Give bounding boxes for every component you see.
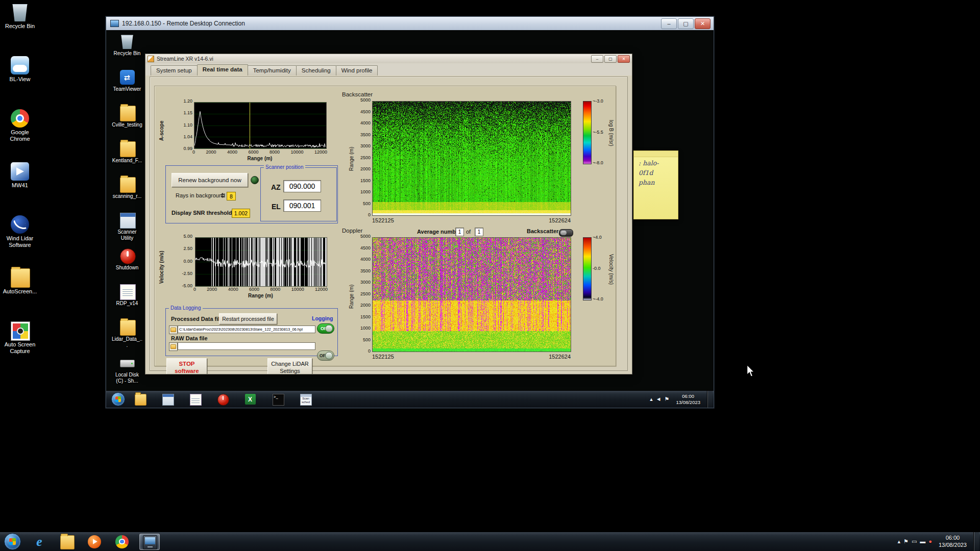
- close-icon[interactable]: ✕: [695, 18, 710, 29]
- backscatter-display-toggle[interactable]: [559, 229, 573, 237]
- display-icon[interactable]: ▭: [912, 539, 917, 544]
- renew-background-button[interactable]: Renew background now: [172, 173, 248, 187]
- start-button[interactable]: [4, 533, 21, 550]
- sticky-note[interactable]: : halo-0f1dphan: [633, 151, 678, 219]
- taskbar-item-remote-desktop[interactable]: [139, 534, 160, 550]
- taskbar-item-internet-explorer[interactable]: [29, 534, 50, 550]
- backscatter-heatmap[interactable]: [372, 101, 571, 216]
- desktop-icon-local-disk-c-sh[interactable]: Local Disk (C) - Sh...: [111, 356, 143, 391]
- average-of-field[interactable]: 1: [475, 228, 483, 236]
- desktop-icon-cville-testing[interactable]: Cville_testing: [111, 106, 143, 141]
- action-center-icon[interactable]: ⚑: [903, 539, 909, 544]
- minimize-icon[interactable]: –: [661, 18, 677, 29]
- teamviewer-icon: [120, 70, 135, 85]
- action-center-icon[interactable]: ⚑: [665, 396, 670, 402]
- taskbar-item-computer[interactable]: [159, 392, 176, 407]
- up-arrow-icon[interactable]: ▴: [650, 396, 653, 402]
- volume-icon[interactable]: ◄: [656, 396, 662, 402]
- processed-path-field[interactable]: C:\Lidar\Data\Proc\2023\202308\20230813\…: [178, 325, 315, 333]
- desktop-icon-shutdown[interactable]: Shutdown: [111, 248, 143, 284]
- ascope-x-tick: 2000: [206, 150, 216, 155]
- taskbar-item-media-player[interactable]: [84, 534, 105, 550]
- tab-scheduling[interactable]: Scheduling: [296, 65, 336, 76]
- desktop-icon-lidar-data[interactable]: Lidar_Data_...: [111, 320, 143, 356]
- desktop-icon-bl-view[interactable]: BL-View: [1, 56, 39, 109]
- desktop-icon-label: Recycle Bin: [1, 23, 39, 30]
- rdp-taskbar-clock[interactable]: 06:00 13/08/2023: [673, 393, 703, 406]
- close-icon[interactable]: ✕: [618, 55, 630, 63]
- desktop-icon-label: Auto Screen Capture: [1, 341, 39, 354]
- desktop-icon-rdp-v14[interactable]: RDP_v14: [111, 284, 143, 320]
- raw-data-file-label: RAW Data file: [171, 335, 208, 341]
- chrome-icon: [115, 535, 129, 548]
- start-button[interactable]: [111, 392, 125, 406]
- processed-path-browse-button[interactable]: [169, 325, 178, 334]
- doppler-y-axis-label: Range (m): [349, 273, 355, 319]
- taskbar-item-notes-app[interactable]: [186, 392, 204, 407]
- tab-system-setup[interactable]: System setup: [151, 65, 198, 76]
- taskbar-item-windows-explorer[interactable]: [131, 392, 149, 407]
- desktop-icon-label: AutoScreen...: [1, 288, 39, 295]
- desktop-icon-recycle-bin[interactable]: Recycle Bin: [1, 3, 39, 56]
- backscatter-toggle-label: Backscatter: [527, 228, 558, 234]
- tab-wind-profile[interactable]: Wind profile: [336, 65, 378, 76]
- raw-path-field[interactable]: [178, 342, 315, 350]
- folder-icon: [120, 141, 136, 157]
- desktop-icon-label: Recycle Bin: [111, 51, 143, 57]
- desktop-icon-scanner-utility[interactable]: Scanner Utility: [111, 213, 143, 248]
- desktop-icon-teamviewer[interactable]: TeamViewer: [111, 70, 143, 106]
- stop-software-button[interactable]: STOP software: [166, 358, 207, 374]
- desktop-icon-google-chrome[interactable]: Google Chrome: [1, 109, 39, 162]
- taskbar-item-spreadsheet-app[interactable]: [241, 392, 259, 407]
- rays-value-field[interactable]: 8: [227, 192, 236, 201]
- maximize-icon[interactable]: ▢: [678, 18, 694, 29]
- taskbar-item-console-app[interactable]: [269, 392, 286, 407]
- rdp-titlebar[interactable]: 192.168.0.150 - Remote Desktop Connectio…: [106, 17, 714, 31]
- desktop-icon-autoscreen[interactable]: AutoScreen...: [1, 268, 39, 321]
- raw-path-browse-button[interactable]: [169, 342, 178, 351]
- desktop-icon-scanning-r[interactable]: scanning_r...: [111, 177, 143, 213]
- taskbar-item-google-chrome[interactable]: [112, 534, 132, 550]
- taskbar-item-shutdown-app[interactable]: [214, 392, 231, 407]
- host-taskbar-clock[interactable]: 06:00 13/08/2023: [936, 535, 970, 549]
- record-icon[interactable]: ●: [928, 539, 932, 544]
- tab-temp-humidity[interactable]: Temp/humidity: [248, 65, 297, 76]
- desktop-icon-mw41[interactable]: MW41: [1, 162, 39, 215]
- desktop-icon-kentland-f[interactable]: Kentland_F...: [111, 141, 143, 177]
- renew-background-led[interactable]: [251, 176, 259, 184]
- velocity-plot[interactable]: [195, 237, 327, 287]
- snr-threshold-field[interactable]: 1.002: [232, 209, 250, 218]
- tab-real-time-data[interactable]: Real time data: [197, 64, 248, 76]
- restart-processed-file-button[interactable]: Restart processed file: [219, 313, 277, 324]
- chrome-icon: [11, 109, 29, 128]
- doppler-y-tick: 0: [356, 349, 371, 354]
- maximize-icon[interactable]: ▢: [604, 55, 617, 63]
- el-value-field[interactable]: 090.001: [283, 199, 321, 212]
- raw-logging-toggle[interactable]: OFF: [317, 350, 334, 361]
- media-icon: [88, 535, 101, 548]
- battery-icon[interactable]: ▬: [920, 539, 925, 544]
- desktop-icon-auto-screen-capture[interactable]: Auto Screen Capture: [1, 321, 39, 374]
- minimize-icon[interactable]: –: [591, 55, 603, 63]
- of-label: of: [466, 229, 471, 235]
- processed-logging-toggle[interactable]: ON: [317, 323, 334, 334]
- labview-titlebar[interactable]: StreamLine XR v14-6.vi – ▢ ✕: [145, 54, 632, 64]
- velocity-x-tick: 4000: [228, 287, 238, 292]
- data-logging-title: Data Logging: [169, 305, 203, 311]
- doppler-y-tick: 2500: [356, 292, 371, 296]
- desktop-icon-recycle-bin[interactable]: Recycle Bin: [111, 34, 143, 70]
- az-value-field[interactable]: 090.000: [283, 180, 321, 192]
- rdp-icon: [143, 535, 157, 549]
- doppler-heatmap[interactable]: [372, 237, 571, 352]
- taskbar-item-windows-explorer[interactable]: [57, 534, 77, 550]
- average-number-field[interactable]: 1: [455, 228, 464, 236]
- taskbar-item-scan-scheduler[interactable]: Scan sched: [297, 392, 314, 407]
- show-desktop-button[interactable]: [973, 532, 979, 551]
- change-lidar-settings-button[interactable]: Change LiDAR Settings: [267, 358, 312, 374]
- rays-spinner[interactable]: [220, 191, 225, 199]
- show-desktop-button[interactable]: [707, 391, 713, 408]
- ascope-plot[interactable]: [194, 102, 327, 149]
- velocity-x-tick: 8000: [270, 287, 280, 292]
- up-arrow-icon[interactable]: ▴: [897, 539, 900, 544]
- desktop-icon-wind-lidar-software[interactable]: Wind Lidar Software: [1, 215, 39, 268]
